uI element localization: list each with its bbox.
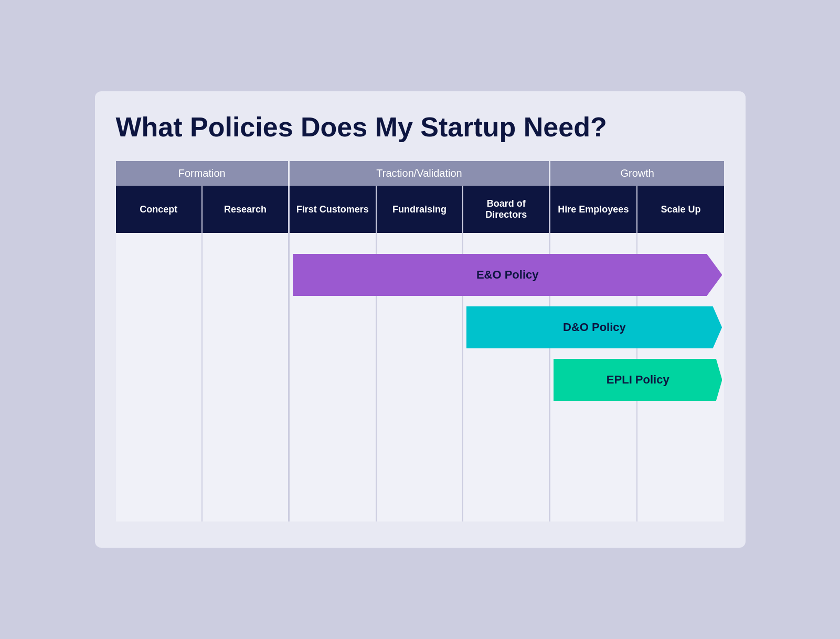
stage-body-scale (637, 233, 725, 521)
stages-and-policies: Concept Research First Customers (116, 186, 725, 521)
page-title: What Policies Does My Startup Need? (116, 112, 725, 142)
phase-header-formation: Formation (116, 161, 290, 186)
stage-body-fundraising (377, 233, 463, 521)
stage-header-hire: Hire Employees (550, 186, 636, 233)
stage-col-first-customers: First Customers (290, 186, 377, 521)
stage-body-hire (550, 233, 636, 521)
stage-col-board: Board of Directors (463, 186, 550, 521)
stage-header-first-customers: First Customers (290, 186, 376, 233)
phase-header-growth: Growth (550, 161, 724, 186)
stage-header-fundraising: Fundraising (377, 186, 463, 233)
stage-col-fundraising: Fundraising (377, 186, 464, 521)
stage-col-hire: Hire Employees (550, 186, 637, 521)
stage-header-concept: Concept (116, 186, 202, 233)
stage-body-concept (116, 233, 202, 521)
stage-col-concept: Concept (116, 186, 203, 521)
stage-body-board (463, 233, 549, 521)
stage-header-scale: Scale Up (637, 186, 725, 233)
stage-body-first-customers (290, 233, 376, 521)
stage-header-board: Board of Directors (463, 186, 549, 233)
stage-col-scale: Scale Up (637, 186, 725, 521)
stages-grid: Concept Research First Customers (116, 186, 725, 521)
phase-headers-row: Formation Traction/Validation Growth (116, 161, 725, 186)
phase-header-traction: Traction/Validation (290, 161, 550, 186)
stage-body-research (203, 233, 288, 521)
stage-col-research: Research (203, 186, 290, 521)
diagram: Formation Traction/Validation Growth Con… (116, 161, 725, 521)
main-card: What Policies Does My Startup Need? Form… (95, 91, 746, 548)
stage-header-research: Research (203, 186, 288, 233)
